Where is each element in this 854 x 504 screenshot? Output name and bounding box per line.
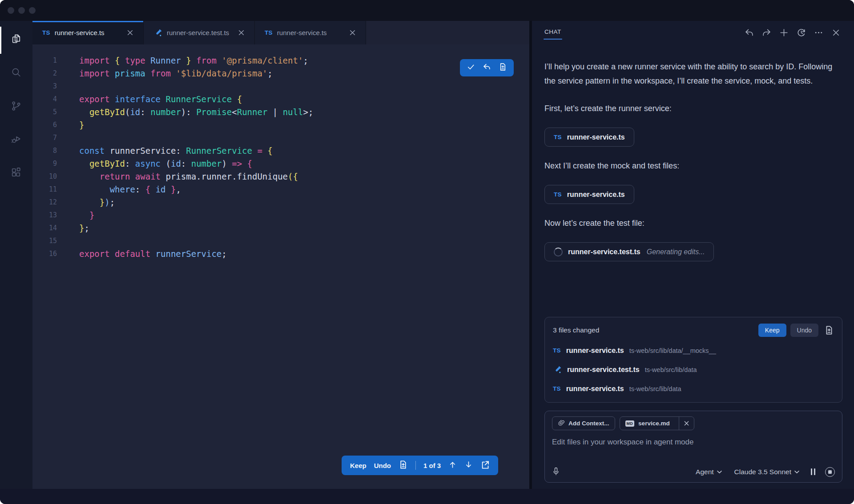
line-number: 16 (32, 248, 57, 260)
line-number: 6 (32, 119, 57, 132)
tab-bar: TSrunner-service.tsrunner-service.test.t… (32, 21, 529, 44)
file-chip-generating[interactable]: runner-service.test.ts Generating edits.… (544, 242, 714, 261)
undo-edits-button[interactable]: Undo (374, 462, 391, 469)
file-path: ts-web/src/lib/data/__mocks__ (629, 347, 716, 354)
assistant-message: I’ll help you create a new runner servic… (544, 60, 833, 88)
accept-edit-button[interactable] (467, 63, 475, 73)
code-line: 3 (32, 80, 529, 93)
traffic-light-minimize[interactable] (18, 7, 25, 14)
tab-label: runner-service.test.ts (167, 29, 229, 36)
code-line: 12 }); (32, 196, 529, 209)
code-editor[interactable]: 1import { type Runner } from '@prisma/cl… (32, 44, 529, 489)
code-line: 13 } (32, 209, 529, 222)
changed-file-row[interactable]: runner-service.test.tsts-web/src/lib/dat… (553, 364, 834, 375)
line-number: 15 (32, 235, 57, 248)
chat-header-actions (745, 28, 841, 37)
chat-messages: I’ll help you create a new runner servic… (532, 44, 854, 317)
main-area: TSrunner-service.tsrunner-service.test.t… (0, 21, 854, 489)
line-number: 14 (32, 222, 57, 235)
assistant-message: First, let’s create the runner service: (544, 101, 833, 116)
view-changes-icon[interactable] (824, 325, 834, 335)
tab-close-icon[interactable] (238, 29, 245, 36)
activity-item-source-control[interactable] (0, 90, 32, 124)
editor-tab[interactable]: runner-service.test.ts (144, 21, 255, 44)
files-icon (10, 33, 22, 47)
keep-all-button[interactable]: Keep (758, 324, 786, 337)
code-line: 16export default runnerService; (32, 248, 529, 260)
line-number: 8 (32, 144, 57, 157)
redo-icon[interactable] (762, 28, 771, 37)
line-number: 10 (32, 170, 57, 183)
undo-all-button[interactable]: Undo (790, 324, 818, 337)
traffic-light-close[interactable] (8, 7, 14, 14)
line-number: 3 (32, 80, 57, 93)
typescript-icon: TS (553, 385, 561, 392)
typescript-icon: TS (554, 134, 562, 140)
editor-tab[interactable]: TSrunner-service.ts (255, 21, 366, 44)
close-icon[interactable] (831, 28, 841, 37)
beaker-icon (553, 365, 562, 374)
spinner-icon (554, 248, 563, 256)
history-icon[interactable] (797, 28, 806, 37)
line-number: 1 (32, 54, 57, 67)
chat-header: CHAT (532, 21, 854, 44)
code-line: 9 getById: async (id: number) => { (32, 157, 529, 170)
activity-item-search[interactable] (0, 57, 32, 90)
inline-edit-toolbar (460, 59, 514, 76)
file-chip-label: runner-service.test.ts (568, 248, 640, 256)
window-footer (0, 489, 854, 504)
line-number: 9 (32, 157, 57, 170)
stop-button[interactable] (825, 467, 835, 477)
model-label: Claude 3.5 Sonnet (734, 468, 791, 476)
chevron-down-icon (717, 470, 722, 474)
activity-item-run-debug[interactable] (0, 124, 32, 157)
keep-edits-button[interactable]: Keep (350, 462, 367, 469)
traffic-light-zoom[interactable] (29, 7, 36, 14)
chat-input-box[interactable]: Add Context... MD service.md Edit files … (544, 411, 842, 483)
more-actions-icon[interactable] (814, 28, 823, 37)
beaker-icon (153, 28, 162, 37)
line-number: 13 (32, 209, 57, 222)
tab-close-icon[interactable] (349, 29, 356, 36)
chat-panel: CHAT I’ll help you create a new runner s… (529, 21, 854, 489)
mode-selector[interactable]: Agent (696, 468, 722, 476)
diff-document-button[interactable] (499, 63, 507, 73)
add-context-button[interactable]: Add Context... (552, 416, 615, 430)
run-debug-icon (10, 133, 22, 147)
tab-label: runner-service.ts (277, 29, 327, 36)
editor-column: TSrunner-service.tsrunner-service.test.t… (32, 21, 529, 489)
new-chat-icon[interactable] (779, 28, 789, 37)
open-changes-button[interactable] (480, 460, 490, 471)
code-line: 11 where: { id }, (32, 183, 529, 196)
file-chip[interactable]: TS runner-service.ts (544, 128, 634, 147)
changed-file-row[interactable]: TSrunner-service.tsts-web/src/lib/data (553, 383, 834, 394)
chat-tab[interactable]: CHAT (544, 27, 561, 39)
undo-icon[interactable] (745, 28, 754, 37)
attachment-chip[interactable]: MD service.md (620, 416, 694, 430)
assistant-message: Next I’ll create the mock and test files… (544, 159, 833, 173)
extensions-icon (10, 167, 22, 180)
line-number: 7 (32, 132, 57, 144)
activity-item-extensions[interactable] (0, 157, 32, 190)
file-chip[interactable]: TS runner-service.ts (544, 185, 634, 204)
diff-document-icon[interactable] (399, 460, 408, 471)
files-changed-title: 3 files changed (553, 326, 599, 334)
microphone-icon[interactable] (552, 467, 560, 477)
code-line: 5 getById(id: number): Promise<Runner | … (32, 106, 529, 119)
remove-attachment-icon[interactable] (679, 417, 694, 430)
assistant-message: Now let’s create the test file: (544, 216, 833, 230)
code-line: 2import prisma from '$lib/data/prisma'; (32, 67, 529, 80)
changed-file-row[interactable]: TSrunner-service.tsts-web/src/lib/data/_… (553, 345, 834, 356)
activity-item-explorer[interactable] (0, 24, 32, 57)
files-changed-header: 3 files changed Keep Undo (553, 324, 834, 337)
undo-edit-button[interactable] (483, 63, 491, 73)
model-selector[interactable]: Claude 3.5 Sonnet (734, 468, 799, 476)
tab-close-icon[interactable] (127, 29, 133, 36)
previous-edit-button[interactable] (448, 460, 457, 470)
editor-tab[interactable]: TSrunner-service.ts (32, 21, 144, 44)
file-name: runner-service.ts (566, 385, 624, 393)
activity-bar (0, 21, 32, 489)
next-edit-button[interactable] (464, 460, 473, 470)
edit-review-toolbar: Keep Undo 1 of 3 (342, 456, 498, 475)
pause-button[interactable] (811, 468, 815, 475)
